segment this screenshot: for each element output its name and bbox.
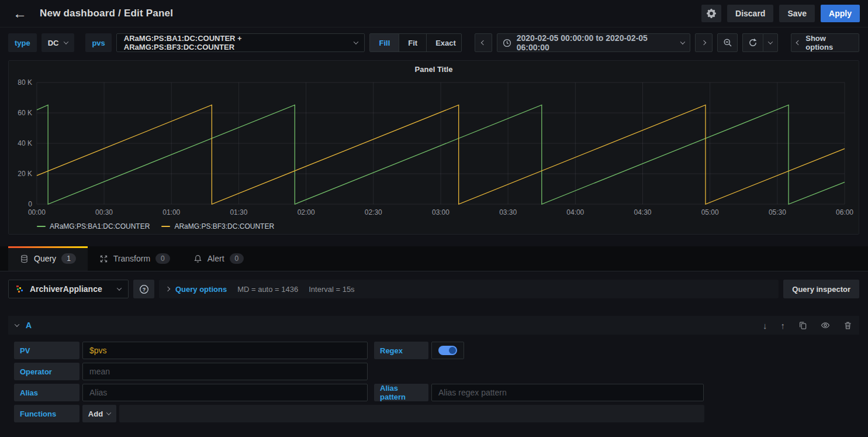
- tab-query-badge: 1: [61, 253, 76, 264]
- zoom-out-icon: [723, 38, 732, 47]
- datasource-select[interactable]: ArchiverAppliance: [8, 280, 129, 298]
- datasource-name: ArchiverAppliance: [30, 284, 102, 294]
- operator-label: Operator: [14, 363, 79, 380]
- time-series-chart[interactable]: 020 K40 K60 K80 K00:0000:3001:0001:3002:…: [13, 78, 854, 222]
- svg-text:?: ?: [142, 286, 146, 292]
- discard-button[interactable]: Discard: [727, 5, 773, 22]
- pv-input[interactable]: [82, 342, 368, 359]
- toggle-on-icon: [438, 346, 457, 355]
- svg-text:03:00: 03:00: [432, 208, 449, 216]
- add-function-label: Add: [88, 410, 103, 418]
- panel-title[interactable]: Panel Title: [13, 65, 854, 78]
- archiver-appliance-logo: [16, 285, 24, 293]
- alias-input[interactable]: [82, 384, 368, 401]
- move-query-down-icon[interactable]: ↓: [763, 321, 767, 331]
- operator-input[interactable]: [82, 363, 368, 380]
- interval-text: Interval = 15s: [309, 285, 354, 294]
- refresh-icon: [748, 38, 758, 47]
- show-options-button[interactable]: Show options: [791, 33, 859, 52]
- chevron-right-icon: [165, 287, 170, 291]
- disable-query-eye-icon[interactable]: [821, 321, 830, 330]
- save-button[interactable]: Save: [779, 5, 815, 22]
- datasource-row: ArchiverAppliance ? Query options MD = a…: [0, 271, 868, 298]
- page-title: New dashboard / Edit Panel: [40, 8, 173, 19]
- tab-alert[interactable]: Alert 0: [182, 246, 255, 271]
- database-icon: [20, 254, 29, 263]
- chevron-down-icon: [680, 39, 685, 44]
- show-options-label: Show options: [805, 34, 853, 51]
- tab-transform-label: Transform: [113, 254, 150, 263]
- refresh-button[interactable]: [742, 33, 763, 52]
- pv-label: PV: [14, 342, 79, 359]
- add-function-button[interactable]: Add: [82, 405, 116, 422]
- collapse-chevron-icon: [15, 322, 19, 326]
- bell-icon: [193, 254, 202, 263]
- svg-text:05:00: 05:00: [701, 208, 719, 216]
- top-header: ← New dashboard / Edit Panel Discard Sav…: [0, 0, 868, 27]
- time-shift-back-button[interactable]: [475, 33, 492, 52]
- regex-toggle[interactable]: [431, 342, 464, 359]
- time-range-picker[interactable]: 2020-02-05 00:00:00 to 2020-02-05 06:00:…: [497, 33, 690, 52]
- chevron-left-icon: [796, 40, 801, 45]
- zoom-out-button[interactable]: [717, 33, 738, 52]
- svg-text:02:30: 02:30: [365, 208, 382, 216]
- svg-text:00:30: 00:30: [95, 208, 113, 216]
- svg-text:05:30: 05:30: [769, 208, 786, 216]
- type-label: type: [8, 33, 37, 52]
- query-options-toggle[interactable]: Query options: [166, 285, 227, 294]
- query-options-bar: Query options MD = auto = 1436 Interval …: [159, 280, 779, 298]
- chevron-down-icon: [106, 410, 111, 415]
- time-shift-forward-button[interactable]: [695, 33, 713, 52]
- tab-query-label: Query: [34, 254, 56, 263]
- tab-transform-badge: 0: [155, 253, 170, 264]
- query-row-header[interactable]: A ↓ ↑: [8, 316, 859, 335]
- panel-preview: Panel Title 020 K40 K60 K80 K00:0000:300…: [8, 60, 859, 235]
- alias-pattern-label: Alias pattern: [374, 384, 428, 401]
- refresh-interval-dropdown[interactable]: [763, 33, 778, 52]
- size-mode-fit[interactable]: Fit: [399, 34, 427, 51]
- type-select[interactable]: DC: [42, 33, 74, 52]
- datasource-help-button[interactable]: ?: [133, 280, 154, 298]
- transform-icon: [99, 254, 108, 263]
- gear-icon: [707, 9, 716, 18]
- move-query-up-icon[interactable]: ↑: [781, 321, 786, 331]
- functions-list-area: [119, 405, 704, 422]
- pvs-select[interactable]: ARaMG:PS:BA1:DC:COUNTER + ARaMG:PS:BF3:D…: [116, 33, 365, 52]
- legend-item[interactable]: ARaMG:PS:BF3:DC:COUNTER: [161, 222, 274, 230]
- tab-alert-badge: 0: [230, 253, 244, 264]
- svg-text:40 K: 40 K: [18, 139, 32, 147]
- chevron-down-icon: [768, 39, 773, 44]
- svg-text:60 K: 60 K: [18, 109, 32, 117]
- editor-tabs: Query 1 Transform 0 Alert 0: [0, 246, 868, 271]
- size-mode-fill[interactable]: Fill: [370, 34, 399, 51]
- svg-text:01:30: 01:30: [230, 208, 247, 216]
- delete-query-trash-icon[interactable]: [843, 321, 852, 330]
- pv-row: PV Regex: [14, 342, 859, 359]
- duplicate-query-icon[interactable]: [798, 321, 807, 330]
- chevron-down-icon: [63, 39, 68, 44]
- alias-label: Alias: [14, 384, 79, 401]
- legend-item[interactable]: ARaMG:PS:BA1:DC:COUNTER: [37, 222, 150, 230]
- toolbar-right: Fill Fit Exact 2020-02-05 00:00:00 to 20…: [369, 33, 859, 52]
- query-options-label: Query options: [175, 285, 227, 294]
- refresh-group: [742, 33, 778, 52]
- size-mode-exact[interactable]: Exact: [427, 34, 462, 51]
- alias-pattern-input[interactable]: [431, 384, 704, 401]
- settings-button[interactable]: [701, 5, 721, 22]
- query-inspector-button[interactable]: Query inspector: [783, 280, 859, 298]
- tab-transform[interactable]: Transform 0: [88, 246, 182, 271]
- chart-legend: ARaMG:PS:BA1:DC:COUNTERARaMG:PS:BF3:DC:C…: [13, 222, 854, 232]
- apply-button[interactable]: Apply: [821, 5, 860, 22]
- svg-text:20 K: 20 K: [18, 170, 32, 178]
- query-editor: A ↓ ↑ PV Regex Operator: [8, 316, 859, 422]
- time-range-text: 2020-02-05 00:00:00 to 2020-02-05 06:00:…: [517, 33, 676, 52]
- max-data-points-text: MD = auto = 1436: [237, 285, 298, 294]
- type-select-value: DC: [48, 39, 59, 47]
- back-arrow-icon[interactable]: ←: [8, 6, 32, 20]
- clock-icon: [503, 39, 511, 47]
- panel-toolbar: type DC pvs ARaMG:PS:BA1:DC:COUNTER + AR…: [0, 27, 868, 57]
- svg-text:0: 0: [28, 200, 32, 208]
- tab-query[interactable]: Query 1: [8, 246, 88, 271]
- pvs-select-value: ARaMG:PS:BA1:DC:COUNTER + ARaMG:PS:BF3:D…: [124, 34, 348, 51]
- svg-text:03:30: 03:30: [499, 208, 517, 216]
